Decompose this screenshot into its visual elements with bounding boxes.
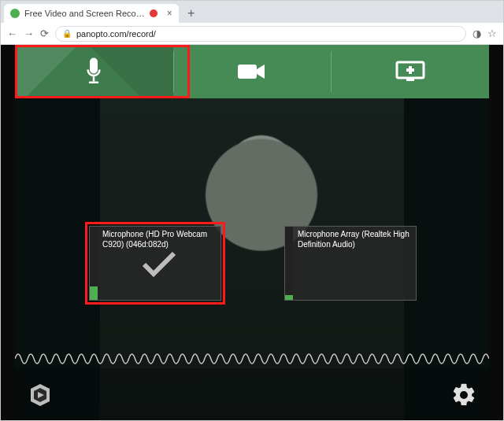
app-viewport: Microphone (HD Pro Webcam C920) (046d:08… (1, 45, 503, 420)
svg-rect-2 (89, 82, 99, 84)
checkmark-icon (139, 249, 179, 280)
panopto-logo-button[interactable] (23, 378, 57, 412)
svg-rect-5 (406, 79, 414, 81)
panopto-logo-icon (27, 382, 54, 408)
gear-icon (450, 382, 477, 408)
recording-indicator-icon (150, 9, 158, 17)
microphone-option-selected[interactable]: Microphone (HD Pro Webcam C920) (046d:08… (89, 226, 221, 301)
browser-tab-title: Free Video and Screen Reco… (24, 9, 145, 18)
svg-rect-1 (93, 76, 95, 81)
favicon (10, 9, 20, 18)
bottom-bar (15, 368, 489, 420)
settings-button[interactable] (447, 378, 481, 412)
reload-icon[interactable]: ⟳ (40, 28, 49, 39)
right-letterbox (489, 45, 503, 420)
source-tab-bar (15, 45, 489, 98)
address-bar[interactable]: 🔒 panopto.com/record/ (55, 26, 466, 42)
tab-screen[interactable] (331, 45, 489, 98)
forward-icon[interactable]: → (24, 28, 34, 39)
svg-rect-7 (406, 68, 414, 72)
level-meter (90, 227, 98, 300)
level-meter (285, 227, 293, 300)
extension-icon[interactable]: ◑ (472, 28, 481, 39)
browser-tab-strip: Free Video and Screen Reco… × + (1, 1, 503, 23)
screen-share-icon (395, 60, 426, 83)
browser-toolbar: ← → ⟳ 🔒 panopto.com/record/ ◑ ☆ (1, 23, 503, 45)
svg-rect-3 (238, 65, 257, 79)
microphone-label: Microphone Array (Realtek High Definitio… (298, 230, 411, 249)
back-icon[interactable]: ← (7, 28, 17, 39)
tab-video[interactable] (173, 45, 332, 98)
left-letterbox (1, 45, 15, 420)
new-tab-button[interactable]: + (183, 6, 199, 21)
microphone-option[interactable]: Microphone Array (Realtek High Definitio… (284, 226, 417, 301)
camera-icon (236, 61, 268, 82)
svg-rect-0 (90, 58, 98, 74)
lock-icon: 🔒 (62, 29, 72, 38)
microphone-label: Microphone (HD Pro Webcam C920) (046d:08… (102, 230, 216, 249)
url-text: panopto.com/record/ (76, 29, 156, 39)
bookmark-star-icon[interactable]: ☆ (487, 28, 497, 39)
tab-audio[interactable] (15, 45, 173, 98)
microphone-icon (82, 57, 106, 87)
close-tab-icon[interactable]: × (167, 9, 172, 18)
browser-tab[interactable]: Free Video and Screen Reco… × (4, 4, 179, 23)
